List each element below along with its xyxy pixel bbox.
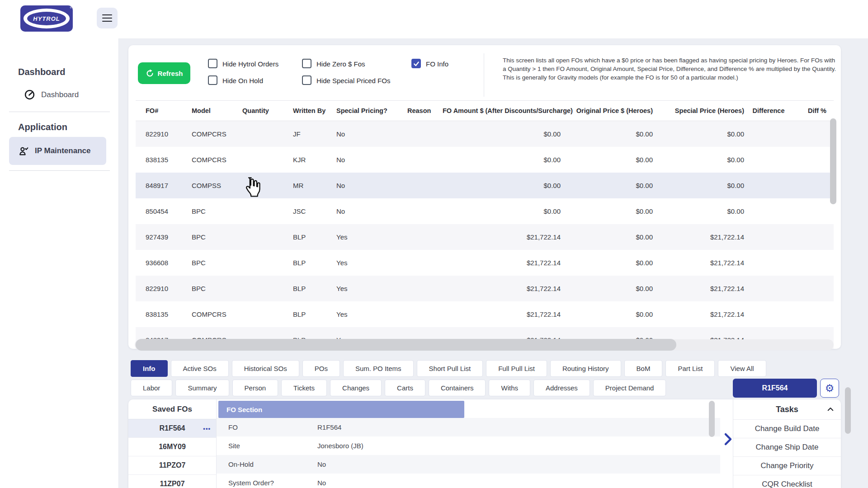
tab-pos[interactable]: POs xyxy=(302,360,340,377)
checkmark-icon xyxy=(413,61,420,67)
checkbox-label: Hide On Hold xyxy=(222,77,263,84)
field-label: FO xyxy=(228,423,238,431)
saved-fos-panel: Saved FOs R1F564 ••• 16MY09 11PZO7 11ZP0… xyxy=(128,399,217,488)
refresh-button[interactable]: Refresh xyxy=(138,62,190,84)
saved-fo-item[interactable]: 11ZP07 xyxy=(128,475,216,488)
hamburger-menu-button[interactable] xyxy=(97,8,118,28)
table-row[interactable]: 838135COMPCRSKJRNo$0.00$0.00$0.00 xyxy=(136,147,834,173)
saved-fo-item[interactable]: 16MY09 xyxy=(128,438,216,456)
settings-button[interactable]: ⚙ xyxy=(820,379,839,398)
fo-field-row: System Order? No xyxy=(217,474,720,488)
table-vertical-scrollbar-thumb[interactable] xyxy=(830,118,836,204)
more-options-icon[interactable]: ••• xyxy=(203,425,211,432)
tab-bom[interactable]: BoM xyxy=(624,360,663,377)
column-header: Reason xyxy=(397,101,443,121)
refresh-icon xyxy=(146,69,154,78)
current-fo-button[interactable]: R1F564 xyxy=(733,379,817,398)
table-row[interactable]: 927439BPCBLPYes$21,722.14$0.00$21,722.14 xyxy=(136,224,834,250)
fo-table: FO# Model Quantity Written By Special Pr… xyxy=(136,100,834,349)
open-fos-panel: Refresh Hide Hytrol Orders Hide On Hold … xyxy=(128,45,841,349)
fo-field-row: Site Jonesboro (JB) xyxy=(217,436,720,455)
tab-addresses[interactable]: Addresses xyxy=(533,380,590,396)
sidebar-section-dashboard: Dashboard xyxy=(18,67,65,77)
person-check-icon xyxy=(18,145,29,157)
tab-sum-po-items[interactable]: Sum. PO Items xyxy=(343,360,414,377)
detail-tabs-row2: Labor Summary Person Tickets Changes Car… xyxy=(131,380,839,398)
field-label: On-Hold xyxy=(228,460,254,468)
table-row[interactable]: 838135COMPCRSBLPYes$21,722.14$0.00$21,72… xyxy=(136,301,834,327)
top-bar: HYTROL ® xyxy=(0,0,868,38)
collapse-tasks-button[interactable] xyxy=(826,405,835,416)
screen-description-text: This screen lists all open FOs which hav… xyxy=(503,56,838,82)
tab-project-demand[interactable]: Project Demand xyxy=(593,380,666,396)
tab-withs[interactable]: Withs xyxy=(489,380,530,396)
chevron-up-icon xyxy=(826,405,835,413)
tab-full-pull-list[interactable]: Full Pull List xyxy=(486,360,547,377)
task-change-build-date[interactable]: Change Build Date xyxy=(733,419,841,438)
field-value: Jonesboro (JB) xyxy=(317,442,363,450)
tab-active-sos[interactable]: Active SOs xyxy=(171,360,229,377)
horizontal-scrollbar-thumb[interactable] xyxy=(136,339,676,351)
sidebar-item-label: Dashboard xyxy=(41,90,79,99)
table-row-hovered[interactable]: 848917COMPSSMRNo$0.00$0.00$0.00 xyxy=(136,173,834,198)
saved-fo-item-selected[interactable]: R1F564 ••• xyxy=(128,419,216,438)
tab-labor[interactable]: Labor xyxy=(131,380,172,396)
task-cqr-checklist[interactable]: CQR Checklist xyxy=(733,475,841,488)
column-header: Special Price (Heroes) xyxy=(657,101,749,121)
logo-text: HYTROL xyxy=(33,15,60,22)
tasks-title: Tasks xyxy=(733,399,841,419)
sidebar-item-label: IP Maintenance xyxy=(35,146,90,155)
sidebar-section-application: Application xyxy=(18,122,67,132)
table-row[interactable]: 850454BPCJSCNo$0.00$0.00$0.00 xyxy=(136,198,834,224)
tab-containers[interactable]: Containers xyxy=(429,380,486,396)
column-header: FO Amount $ (After Discounts/Surcharge) xyxy=(443,101,565,121)
tab-tickets[interactable]: Tickets xyxy=(281,380,327,396)
hide-zero-fos-checkbox[interactable] xyxy=(302,59,311,68)
tab-view-all[interactable]: View All xyxy=(718,360,766,377)
field-value: R1F564 xyxy=(317,423,341,431)
fo-section-scrollbar-thumb[interactable] xyxy=(709,401,715,437)
checkbox-label: Hide Hytrol Orders xyxy=(222,60,278,68)
tab-person[interactable]: Person xyxy=(232,380,278,396)
page-scrollbar-thumb[interactable] xyxy=(845,387,851,434)
checkbox-label: Hide Special Priced FOs xyxy=(316,77,390,84)
hamburger-icon xyxy=(102,14,112,16)
tab-summary[interactable]: Summary xyxy=(175,380,229,396)
sidebar-divider xyxy=(9,112,110,112)
fo-info-checkbox[interactable] xyxy=(411,59,421,68)
tab-short-pull-list[interactable]: Short Pull List xyxy=(417,360,483,377)
task-change-priority[interactable]: Change Priority xyxy=(733,456,841,475)
table-header-row: FO# Model Quantity Written By Special Pr… xyxy=(136,101,834,121)
field-label: Site xyxy=(228,442,240,450)
table-row[interactable]: 936608BPCBLPYes$21,722.14$0.00$21,722.14 xyxy=(136,250,834,276)
fo-detail-panel: Saved FOs R1F564 ••• 16MY09 11PZO7 11ZP0… xyxy=(128,399,841,488)
column-header: Diff % xyxy=(788,101,834,121)
hide-on-hold-checkbox[interactable] xyxy=(208,75,217,85)
hide-hytrol-orders-checkbox[interactable] xyxy=(208,59,217,68)
task-change-ship-date[interactable]: Change Ship Date xyxy=(733,438,841,456)
checkbox-label: FO Info xyxy=(426,60,448,68)
sidebar-item-dashboard[interactable]: Dashboard xyxy=(24,89,79,100)
tab-routing-history[interactable]: Routing History xyxy=(550,360,621,377)
sidebar: Dashboard Dashboard Application IP Maint… xyxy=(0,38,119,488)
fo-field-row: On-Hold No xyxy=(217,455,720,474)
column-header: Quantity xyxy=(232,101,283,121)
tab-carts[interactable]: Carts xyxy=(385,380,425,396)
expand-tasks-button[interactable] xyxy=(722,432,734,448)
hide-special-priced-checkbox[interactable] xyxy=(302,75,311,85)
tab-historical-sos[interactable]: Historical SOs xyxy=(232,360,299,377)
table-row[interactable]: 822910BPCBLPYes$21,722.14$0.00$21,722.14 xyxy=(136,276,834,301)
fo-field-row: FO R1F564 xyxy=(217,418,720,436)
tab-part-list[interactable]: Part List xyxy=(665,360,715,377)
sidebar-item-ip-maintenance[interactable]: IP Maintenance xyxy=(9,137,106,165)
column-header: Special Pricing? xyxy=(326,101,397,121)
registered-mark-icon: ® xyxy=(70,6,72,9)
tab-info[interactable]: Info xyxy=(131,360,168,377)
saved-fo-item[interactable]: 11PZO7 xyxy=(128,456,216,475)
checkbox-label: Hide Zero $ Fos xyxy=(316,60,365,68)
chevron-right-icon xyxy=(722,432,734,446)
gear-icon: ⚙ xyxy=(825,382,835,394)
table-row[interactable]: 822910COMPCRSJFNo$0.00$0.00$0.00 xyxy=(136,121,834,147)
tab-changes[interactable]: Changes xyxy=(330,380,382,396)
dashboard-gauge-icon xyxy=(24,89,35,100)
